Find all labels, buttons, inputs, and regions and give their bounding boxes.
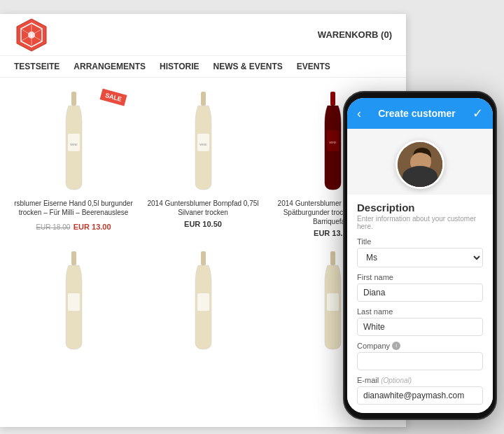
firstname-label: First name [357, 273, 483, 281]
lastname-input[interactable] [357, 318, 483, 336]
confirm-button[interactable]: ✓ [472, 106, 483, 121]
svg-text:WINE: WINE [200, 143, 207, 146]
svg-rect-19 [330, 251, 335, 265]
bottle-icon [321, 251, 345, 353]
company-input[interactable] [357, 352, 483, 370]
product-price: EUR 10.50 [184, 220, 222, 228]
phone-screen-title: Create customer [378, 108, 456, 119]
bottle-icon [62, 251, 86, 353]
phone-mockup: ‹ Create customer ✓ [343, 91, 497, 420]
svg-rect-9 [201, 92, 206, 106]
product-card: SALE WINE rsblumer Eiserne Hand 0,5l bur… [14, 88, 133, 237]
lastname-label: Last name [357, 307, 483, 316]
price-new: EUR 13.00 [74, 223, 111, 231]
product-card [14, 248, 133, 361]
svg-rect-16 [68, 293, 80, 311]
email-label: E-mail (Optional) [357, 376, 483, 384]
bottle-icon: WINE [321, 92, 345, 193]
bottle-icon [191, 251, 216, 353]
nav-item-historie[interactable]: HISTORIE [160, 62, 199, 71]
bottle-icon: WINE [191, 92, 216, 193]
form-section-subtitle: Enter information about your customer he… [357, 215, 483, 230]
product-image: WINE [59, 88, 88, 193]
firstname-field: First name [357, 273, 483, 302]
svg-rect-17 [201, 251, 206, 265]
company-label: Company i [357, 342, 483, 350]
product-image [59, 248, 88, 353]
site-header: WARENKORB (0) [0, 14, 406, 56]
company-info-icon[interactable]: i [392, 342, 400, 350]
form-section-title: Description [357, 202, 483, 214]
site-logo [14, 18, 49, 52]
cart-info[interactable]: WARENKORB (0) [318, 29, 392, 40]
firstname-input[interactable] [357, 284, 483, 302]
lastname-field: Last name [357, 307, 483, 336]
product-card: WINE 2014 Guntersblumer Bornpfad 0,75l S… [144, 88, 262, 237]
nav-item-testseite[interactable]: TESTSEITE [14, 62, 59, 71]
product-name: rsblumer Eiserne Hand 0,5l burgunder tro… [14, 199, 133, 217]
avatar-section [347, 129, 493, 195]
product-image [189, 248, 217, 353]
site-nav: TESTSEITE ARRANGEMENTS HISTORIE NEWS & E… [0, 56, 406, 78]
svg-text:WINE: WINE [329, 141, 337, 144]
product-pricing: EUR 18.00 EUR 13.00 [36, 220, 111, 232]
title-field: Title Ms Mr Dr [357, 237, 483, 267]
nav-item-events[interactable]: EVENTS [297, 62, 330, 71]
company-field: Company i [357, 342, 483, 370]
title-select[interactable]: Ms Mr Dr [357, 248, 483, 267]
nav-item-arrangements[interactable]: ARRANGEMENTS [74, 62, 146, 71]
sale-badge: SALE [100, 89, 127, 106]
svg-rect-20 [327, 293, 339, 311]
back-button[interactable]: ‹ [357, 106, 361, 121]
product-card [144, 248, 262, 361]
phone-header: ‹ Create customer ✓ [347, 98, 493, 129]
email-field: E-mail (Optional) [357, 376, 483, 405]
product-image: WINE [189, 88, 217, 193]
product-name: 2014 Guntersblumer Bornpfad 0,75l Silvan… [144, 199, 262, 217]
svg-rect-12 [330, 92, 335, 106]
avatar[interactable] [396, 140, 444, 189]
nav-item-news-events[interactable]: NEWS & EVENTS [213, 62, 282, 71]
phone-screen: ‹ Create customer ✓ [347, 98, 493, 413]
title-label: Title [357, 237, 483, 246]
price-old: EUR 18.00 [36, 223, 70, 231]
email-input[interactable] [357, 386, 483, 405]
bottle-icon: WINE [62, 92, 86, 193]
svg-rect-15 [71, 251, 76, 265]
svg-rect-18 [197, 293, 209, 311]
avatar-image [398, 142, 442, 187]
svg-rect-6 [71, 92, 76, 106]
product-image [318, 248, 346, 353]
svg-text:WINE: WINE [70, 143, 78, 146]
form-section: Description Enter information about your… [347, 195, 493, 413]
phone-form-content: Description Enter information about your… [347, 129, 493, 413]
email-optional-label: (Optional) [381, 377, 412, 384]
product-image: WINE [318, 88, 346, 193]
cart-label: WARENKORB (0) [318, 29, 392, 40]
